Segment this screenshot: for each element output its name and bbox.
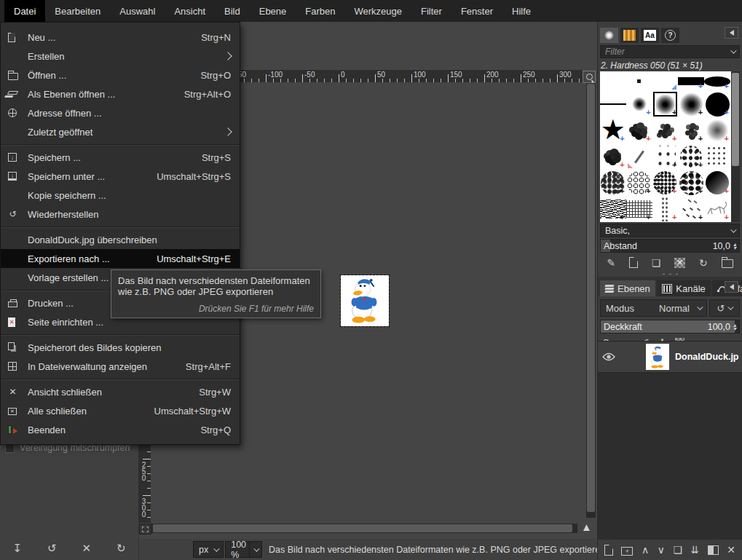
zoom-follow-window-button[interactable] (583, 71, 596, 83)
brush-cell[interactable]: + (704, 117, 730, 143)
menu-item-wiederherstellen[interactable]: Wiederherstellen (1, 205, 240, 224)
brush-scrollbar[interactable] (731, 71, 740, 222)
menubar-item-fenster[interactable]: Fenster (451, 0, 502, 22)
refresh-brushes-icon[interactable]: ↻ (699, 257, 708, 269)
horizontal-scrollbar[interactable] (151, 524, 577, 533)
spin-down-icon[interactable] (733, 246, 736, 250)
save-tool-options-icon[interactable]: ↧ (12, 542, 22, 555)
scrollbar-thumb[interactable] (587, 84, 595, 512)
duplicate-brush-icon[interactable]: ❏ (652, 257, 661, 269)
add-layer-mask-icon[interactable] (708, 545, 719, 555)
delete-layer-icon[interactable]: ✕ (727, 544, 735, 556)
brush-cell[interactable]: + (600, 196, 626, 222)
menu-item-ansicht-schließen[interactable]: Ansicht schließenStrg+W (1, 382, 240, 401)
spinner[interactable] (733, 323, 736, 331)
reset-tool-options-icon[interactable]: ↻ (117, 542, 126, 555)
menu-item-erstellen[interactable]: Erstellen (1, 47, 240, 66)
brush-cell[interactable]: + (652, 143, 679, 170)
brush-cell[interactable]: + (626, 117, 652, 143)
raise-layer-icon[interactable]: ∧ (642, 544, 649, 556)
brush-filter-input[interactable]: Filter (600, 45, 740, 58)
brush-cell[interactable]: + (652, 170, 679, 196)
zoom-dropdown[interactable] (249, 541, 262, 558)
brush-cell[interactable]: + (600, 143, 626, 170)
quick-mask-toggle[interactable] (139, 524, 151, 535)
scrollbar-thumb[interactable] (153, 524, 572, 532)
duplicate-layer-icon[interactable]: ❏ (673, 544, 682, 556)
menu-item-zuletzt-geöffnet[interactable]: Zuletzt geöffnet (1, 122, 240, 141)
layer-mode-dropdown[interactable]: Modus Normal (600, 299, 707, 317)
brush-cell[interactable] (652, 71, 679, 91)
brush-cell[interactable]: + (652, 117, 679, 143)
restore-tool-options-icon[interactable]: ↺ (47, 542, 57, 555)
mode-group-switch-button[interactable]: ↺ (709, 299, 740, 317)
brush-cell[interactable] (704, 143, 730, 170)
brush-cell[interactable]: ★+ (600, 117, 626, 143)
brush-cell[interactable]: + (704, 91, 730, 117)
layer-thumbnail[interactable] (646, 344, 669, 370)
new-brush-icon[interactable] (629, 257, 638, 268)
canvas-image-donaldduck[interactable] (341, 275, 389, 326)
brush-cell[interactable]: + (626, 196, 652, 222)
brush-spacing-slider[interactable]: Abstand 10,0 (600, 239, 740, 253)
menu-item-donaldduck-jpg-überschreiben[interactable]: DonaldDuck.jpg überschreiben (1, 230, 240, 249)
tab-brushes[interactable] (600, 28, 618, 43)
brush-cell[interactable] (600, 91, 626, 117)
menu-item-öffnen[interactable]: Öffnen ...Strg+O (1, 66, 240, 84)
menu-item-speichern[interactable]: Speichern ...Strg+S (1, 148, 240, 167)
brush-cell[interactable] (600, 71, 626, 91)
tab-fonts[interactable]: Aa (641, 28, 659, 43)
brush-group-dropdown[interactable]: Basic, (600, 224, 740, 237)
brush-cell[interactable]: + (626, 170, 652, 196)
vertical-scrollbar[interactable] (586, 82, 596, 518)
layer-row-donaldduck[interactable]: DonaldDuck.jp (598, 342, 742, 373)
dock-resize-grip[interactable] (598, 272, 742, 277)
scrollbar-thumb[interactable] (732, 73, 739, 166)
menubar-item-auswahl[interactable]: Auswahl (110, 0, 165, 22)
brush-cell[interactable] (626, 143, 652, 170)
new-layer-group-icon[interactable] (621, 547, 633, 556)
lower-layer-icon[interactable]: ∨ (658, 544, 665, 556)
menu-item-neu[interactable]: Neu ...Strg+N (1, 28, 240, 47)
menubar-item-ansicht[interactable]: Ansicht (165, 0, 215, 22)
brush-cell[interactable]: + (626, 91, 652, 117)
menubar-item-bearbeiten[interactable]: Bearbeiten (45, 0, 110, 22)
brush-cell[interactable] (626, 71, 652, 91)
brush-cell[interactable]: + (678, 71, 704, 91)
tab-document-history[interactable]: ? (661, 28, 679, 43)
tab-channels[interactable]: Kanäle (657, 280, 711, 296)
menu-item-exportieren-nach[interactable]: Exportieren nach ...Umschalt+Strg+E (1, 249, 240, 268)
menu-item-beenden[interactable]: BeendenStrg+Q (1, 420, 240, 439)
delete-brush-icon[interactable] (674, 258, 685, 268)
brush-cell[interactable]: + (704, 196, 730, 222)
menubar-item-filter[interactable]: Filter (411, 0, 451, 22)
menu-item-speichern-unter[interactable]: Speichern unter ...Umschalt+Strg+S (1, 167, 240, 186)
spin-down-icon[interactable] (733, 327, 736, 331)
menu-item-speicherort-des-bildes-kopieren[interactable]: Speicherort des Bildes kopieren (1, 338, 240, 357)
menubar-item-bild[interactable]: Bild (215, 0, 250, 22)
brush-cell-selected[interactable]: + (652, 91, 679, 117)
unit-dropdown[interactable]: px (193, 541, 224, 558)
menubar-item-werkzeuge[interactable]: Werkzeuge (345, 0, 412, 22)
spinner[interactable] (733, 242, 736, 250)
menubar-item-datei[interactable]: Datei (4, 0, 45, 22)
dock-menu-button[interactable] (725, 281, 738, 293)
brush-cell[interactable]: + (704, 170, 730, 196)
menu-item-in-dateiverwaltung-anzeigen[interactable]: In Dateiverwaltung anzeigenStrg+Alt+F (1, 357, 240, 376)
zoom-level[interactable]: 100 % (225, 541, 249, 558)
tab-patterns[interactable] (620, 28, 639, 43)
menubar-item-ebene[interactable]: Ebene (250, 0, 296, 22)
menu-item-alle-schließen[interactable]: Alle schließenUmschalt+Strg+W (1, 401, 240, 420)
menu-item-kopie-speichern[interactable]: Kopie speichern ... (1, 186, 240, 205)
brush-cell[interactable]: + (678, 91, 704, 117)
menubar-item-farben[interactable]: Farben (296, 0, 344, 22)
brush-cell[interactable]: + (678, 117, 704, 143)
brush-cell[interactable]: + (678, 143, 704, 170)
menu-item-als-ebenen-öffnen[interactable]: Als Ebenen öffnen ...Strg+Alt+O (1, 84, 240, 103)
brush-cell[interactable]: + (678, 196, 704, 222)
merge-down-icon[interactable]: ⇊ (690, 544, 699, 556)
brush-cell[interactable]: + (600, 170, 626, 196)
navigation-button[interactable]: ▲ (577, 518, 596, 535)
edit-brush-icon[interactable]: ✎ (607, 257, 615, 269)
new-layer-icon[interactable] (604, 545, 613, 556)
